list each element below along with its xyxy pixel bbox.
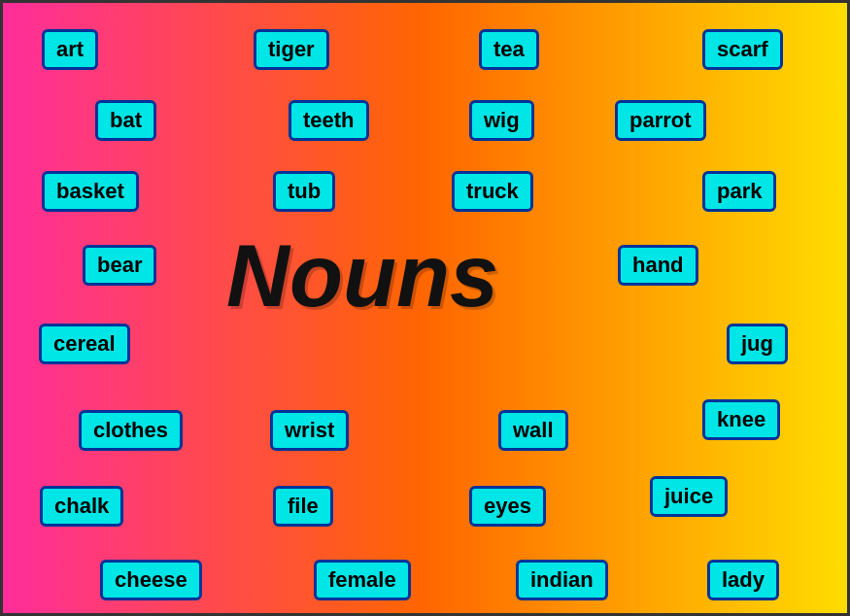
noun-tag-wig[interactable]: wig bbox=[469, 100, 534, 141]
noun-tag-cereal[interactable]: cereal bbox=[39, 324, 130, 364]
noun-tag-wrist[interactable]: wrist bbox=[270, 410, 349, 451]
noun-tag-knee[interactable]: knee bbox=[702, 399, 780, 440]
noun-tag-file[interactable]: file bbox=[273, 486, 333, 527]
noun-tag-tiger[interactable]: tiger bbox=[254, 29, 329, 70]
noun-tag-female[interactable]: female bbox=[314, 560, 411, 600]
noun-tag-cheese[interactable]: cheese bbox=[100, 560, 202, 600]
noun-tag-park[interactable]: park bbox=[702, 171, 776, 212]
noun-tag-basket[interactable]: basket bbox=[42, 171, 139, 212]
noun-tag-teeth[interactable]: teeth bbox=[289, 100, 369, 141]
noun-tag-clothes[interactable]: clothes bbox=[79, 410, 183, 451]
noun-tag-jug[interactable]: jug bbox=[727, 324, 788, 364]
noun-tag-wall[interactable]: wall bbox=[498, 410, 568, 451]
noun-tag-scarf[interactable]: scarf bbox=[702, 29, 783, 70]
noun-tag-tub[interactable]: tub bbox=[273, 171, 335, 212]
noun-tag-hand[interactable]: hand bbox=[618, 245, 698, 286]
noun-tag-chalk[interactable]: chalk bbox=[40, 486, 123, 527]
noun-tag-parrot[interactable]: parrot bbox=[615, 100, 706, 141]
noun-tag-indian[interactable]: indian bbox=[516, 560, 608, 600]
noun-tag-bat[interactable]: bat bbox=[95, 100, 156, 141]
noun-tag-lady[interactable]: lady bbox=[707, 560, 779, 600]
main-canvas: Nouns arttigerteascarfbatteethwigparrotb… bbox=[0, 0, 850, 616]
nouns-title: Nouns bbox=[226, 226, 498, 326]
noun-tag-art[interactable]: art bbox=[42, 29, 98, 70]
noun-tag-truck[interactable]: truck bbox=[452, 171, 533, 212]
noun-tag-tea[interactable]: tea bbox=[479, 29, 539, 70]
noun-tag-bear[interactable]: bear bbox=[83, 245, 156, 286]
noun-tag-eyes[interactable]: eyes bbox=[469, 486, 546, 527]
noun-tag-juice[interactable]: juice bbox=[650, 476, 728, 517]
